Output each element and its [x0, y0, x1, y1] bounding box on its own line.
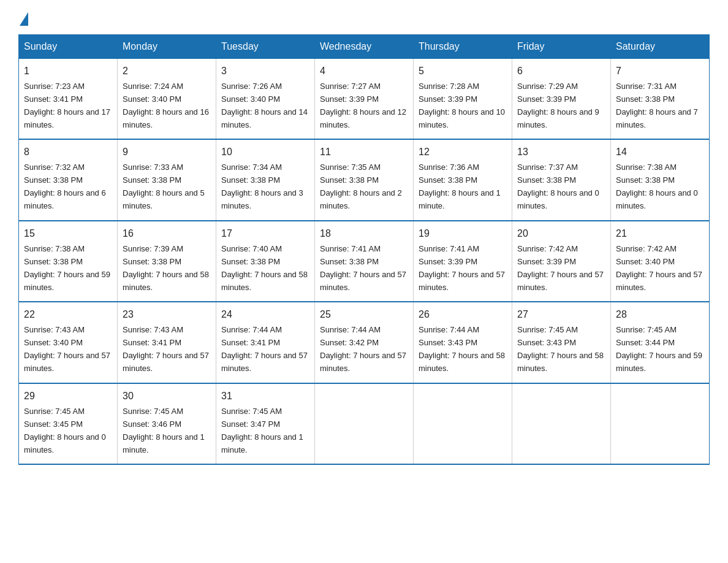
calendar-cell: 6Sunrise: 7:29 AMSunset: 3:39 PMDaylight… [512, 59, 611, 140]
calendar-cell: 20Sunrise: 7:42 AMSunset: 3:39 PMDayligh… [512, 221, 611, 302]
day-info: Sunrise: 7:42 AMSunset: 3:40 PMDaylight:… [616, 244, 702, 292]
calendar-cell: 7Sunrise: 7:31 AMSunset: 3:38 PMDaylight… [611, 59, 710, 140]
calendar-cell: 17Sunrise: 7:40 AMSunset: 3:38 PMDayligh… [216, 221, 315, 302]
calendar-cell [414, 383, 512, 464]
day-info: Sunrise: 7:45 AMSunset: 3:43 PMDaylight:… [517, 325, 604, 373]
week-row-1: 1Sunrise: 7:23 AMSunset: 3:41 PMDaylight… [19, 59, 710, 140]
day-number: 15 [24, 226, 112, 242]
calendar-cell: 13Sunrise: 7:37 AMSunset: 3:38 PMDayligh… [512, 139, 611, 220]
weekday-header-saturday: Saturday [611, 35, 710, 59]
day-info: Sunrise: 7:45 AMSunset: 3:46 PMDaylight:… [123, 407, 205, 454]
day-number: 19 [419, 226, 507, 242]
day-info: Sunrise: 7:24 AMSunset: 3:40 PMDaylight:… [123, 82, 209, 129]
day-info: Sunrise: 7:26 AMSunset: 3:40 PMDaylight:… [221, 82, 308, 129]
calendar-cell: 10Sunrise: 7:34 AMSunset: 3:38 PMDayligh… [216, 139, 315, 220]
day-info: Sunrise: 7:44 AMSunset: 3:43 PMDaylight:… [419, 325, 505, 373]
day-info: Sunrise: 7:42 AMSunset: 3:39 PMDaylight:… [517, 244, 604, 292]
day-number: 8 [24, 145, 112, 160]
week-row-2: 8Sunrise: 7:32 AMSunset: 3:38 PMDaylight… [19, 139, 710, 220]
weekday-header-row: SundayMondayTuesdayWednesdayThursdayFrid… [19, 35, 710, 59]
day-info: Sunrise: 7:29 AMSunset: 3:39 PMDaylight:… [517, 82, 599, 129]
day-number: 14 [616, 145, 704, 160]
calendar-cell: 14Sunrise: 7:38 AMSunset: 3:38 PMDayligh… [611, 139, 710, 220]
calendar-cell: 24Sunrise: 7:44 AMSunset: 3:41 PMDayligh… [216, 302, 315, 383]
week-row-3: 15Sunrise: 7:38 AMSunset: 3:38 PMDayligh… [19, 221, 710, 302]
day-number: 25 [320, 307, 408, 323]
day-info: Sunrise: 7:44 AMSunset: 3:42 PMDaylight:… [320, 325, 406, 373]
calendar-table: SundayMondayTuesdayWednesdayThursdayFrid… [18, 34, 710, 465]
day-number: 2 [123, 64, 211, 79]
day-info: Sunrise: 7:45 AMSunset: 3:44 PMDaylight:… [616, 325, 702, 373]
day-number: 23 [123, 307, 211, 323]
weekday-header-friday: Friday [512, 35, 611, 59]
calendar-cell: 25Sunrise: 7:44 AMSunset: 3:42 PMDayligh… [315, 302, 414, 383]
calendar-cell: 8Sunrise: 7:32 AMSunset: 3:38 PMDaylight… [19, 139, 118, 220]
calendar-cell: 12Sunrise: 7:36 AMSunset: 3:38 PMDayligh… [414, 139, 512, 220]
calendar-cell: 31Sunrise: 7:45 AMSunset: 3:47 PMDayligh… [216, 383, 315, 464]
logo-triangle-icon [20, 12, 28, 26]
calendar-cell: 27Sunrise: 7:45 AMSunset: 3:43 PMDayligh… [512, 302, 611, 383]
day-info: Sunrise: 7:41 AMSunset: 3:38 PMDaylight:… [320, 244, 406, 292]
weekday-header-tuesday: Tuesday [216, 35, 315, 59]
day-number: 11 [320, 145, 408, 160]
day-number: 4 [320, 64, 408, 79]
day-number: 13 [517, 145, 605, 160]
day-number: 17 [221, 226, 309, 242]
day-info: Sunrise: 7:36 AMSunset: 3:38 PMDaylight:… [419, 163, 501, 210]
day-number: 12 [419, 145, 507, 160]
day-number: 6 [517, 64, 605, 79]
weekday-header-thursday: Thursday [414, 35, 512, 59]
day-number: 27 [517, 307, 605, 323]
logo [18, 12, 29, 22]
day-number: 18 [320, 226, 408, 242]
calendar-cell: 9Sunrise: 7:33 AMSunset: 3:38 PMDaylight… [118, 139, 216, 220]
day-info: Sunrise: 7:28 AMSunset: 3:39 PMDaylight:… [419, 82, 505, 129]
day-info: Sunrise: 7:31 AMSunset: 3:38 PMDaylight:… [616, 82, 698, 129]
day-number: 29 [24, 389, 112, 404]
day-number: 1 [24, 64, 112, 79]
day-number: 22 [24, 307, 112, 323]
calendar-cell: 11Sunrise: 7:35 AMSunset: 3:38 PMDayligh… [315, 139, 414, 220]
calendar-cell [611, 383, 710, 464]
calendar-cell: 19Sunrise: 7:41 AMSunset: 3:39 PMDayligh… [414, 221, 512, 302]
calendar-cell: 29Sunrise: 7:45 AMSunset: 3:45 PMDayligh… [19, 383, 118, 464]
weekday-header-monday: Monday [118, 35, 216, 59]
calendar-body: 1Sunrise: 7:23 AMSunset: 3:41 PMDaylight… [19, 59, 710, 465]
day-info: Sunrise: 7:44 AMSunset: 3:41 PMDaylight:… [221, 325, 308, 373]
day-number: 31 [221, 389, 309, 404]
day-info: Sunrise: 7:33 AMSunset: 3:38 PMDaylight:… [123, 163, 205, 210]
day-info: Sunrise: 7:40 AMSunset: 3:38 PMDaylight:… [221, 244, 308, 292]
calendar-cell: 3Sunrise: 7:26 AMSunset: 3:40 PMDaylight… [216, 59, 315, 140]
calendar-cell: 4Sunrise: 7:27 AMSunset: 3:39 PMDaylight… [315, 59, 414, 140]
page-header [18, 12, 710, 22]
day-info: Sunrise: 7:38 AMSunset: 3:38 PMDaylight:… [24, 244, 110, 292]
day-info: Sunrise: 7:43 AMSunset: 3:41 PMDaylight:… [123, 325, 209, 373]
day-number: 3 [221, 64, 309, 79]
day-number: 20 [517, 226, 605, 242]
day-info: Sunrise: 7:35 AMSunset: 3:38 PMDaylight:… [320, 163, 402, 210]
day-info: Sunrise: 7:41 AMSunset: 3:39 PMDaylight:… [419, 244, 505, 292]
day-info: Sunrise: 7:27 AMSunset: 3:39 PMDaylight:… [320, 82, 406, 129]
day-number: 9 [123, 145, 211, 160]
day-number: 26 [419, 307, 507, 323]
calendar-cell: 15Sunrise: 7:38 AMSunset: 3:38 PMDayligh… [19, 221, 118, 302]
day-number: 7 [616, 64, 704, 79]
day-info: Sunrise: 7:38 AMSunset: 3:38 PMDaylight:… [616, 163, 698, 210]
day-info: Sunrise: 7:23 AMSunset: 3:41 PMDaylight:… [24, 82, 110, 129]
day-number: 28 [616, 307, 704, 323]
calendar-cell: 23Sunrise: 7:43 AMSunset: 3:41 PMDayligh… [118, 302, 216, 383]
calendar-cell: 21Sunrise: 7:42 AMSunset: 3:40 PMDayligh… [611, 221, 710, 302]
calendar-cell: 22Sunrise: 7:43 AMSunset: 3:40 PMDayligh… [19, 302, 118, 383]
calendar-cell: 26Sunrise: 7:44 AMSunset: 3:43 PMDayligh… [414, 302, 512, 383]
day-number: 24 [221, 307, 309, 323]
day-number: 30 [123, 389, 211, 404]
calendar-cell [315, 383, 414, 464]
day-number: 10 [221, 145, 309, 160]
day-number: 21 [616, 226, 704, 242]
calendar-cell [512, 383, 611, 464]
day-number: 5 [419, 64, 507, 79]
day-info: Sunrise: 7:45 AMSunset: 3:47 PMDaylight:… [221, 407, 303, 454]
logo-text [18, 12, 29, 26]
calendar-cell: 1Sunrise: 7:23 AMSunset: 3:41 PMDaylight… [19, 59, 118, 140]
day-info: Sunrise: 7:43 AMSunset: 3:40 PMDaylight:… [24, 325, 110, 373]
